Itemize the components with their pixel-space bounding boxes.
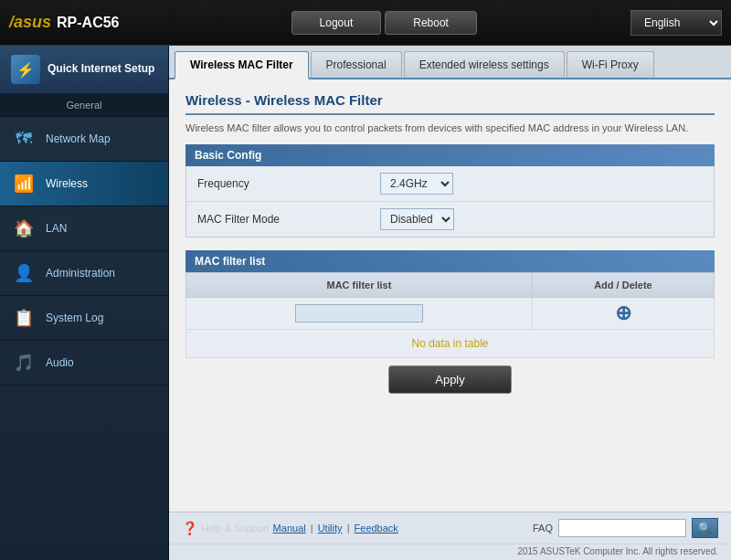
mac-address-input[interactable] [295,304,423,322]
tab-professional[interactable]: Professional [311,51,402,78]
quick-setup-icon: ⚡ [11,55,40,84]
add-mac-button[interactable]: ⊕ [615,303,631,323]
feedback-link[interactable]: Feedback [355,523,398,534]
sidebar-item-wireless[interactable]: 📶 Wireless [0,162,168,206]
mac-input-cell[interactable] [186,298,533,330]
apply-button[interactable]: Apply [388,365,512,394]
copyright: 2015 ASUSTeK Computer Inc. All rights re… [169,544,731,560]
basic-config-body: Frequency 2.4GHz 5GHz MAC Filter Mode Di… [185,166,715,238]
network-map-icon: 🗺 [11,126,37,152]
no-data-label: No data in table [186,330,715,358]
logo-asus-text: /asus [9,13,51,32]
help-support-label: Help & Support [201,523,270,534]
help-icon: ❓ [182,521,197,535]
tab-extended-wireless[interactable]: Extended wireless settings [404,51,565,78]
wireless-icon: 📶 [11,171,37,196]
lan-icon: 🏠 [11,216,37,241]
separator-2: | [347,523,353,534]
sidebar-item-lan[interactable]: 🏠 LAN [0,206,168,251]
logo-model-text: RP-AC56 [57,15,119,31]
language-select[interactable]: English [630,10,722,36]
manual-link[interactable]: Manual [273,523,306,534]
mac-filter-list-header: MAC filter list [185,250,715,272]
footer-right: FAQ 🔍 [533,518,718,538]
frequency-select[interactable]: 2.4GHz 5GHz [380,173,453,195]
reboot-button[interactable]: Reboot [385,11,477,35]
col-add-delete-header: Add / Delete [532,273,714,298]
frequency-label: Frequency [197,177,380,190]
no-data-row: No data in table [186,330,715,358]
logout-button[interactable]: Logout [291,11,382,35]
footer-links: Manual | Utility | Feedback [273,523,398,534]
add-delete-cell[interactable]: ⊕ [532,298,714,330]
sidebar-item-audio[interactable]: 🎵 Audio [0,341,168,386]
content-area: Wireless MAC Filter Professional Extende… [169,46,731,560]
sidebar-quick-setup-label: Quick Internet Setup [48,62,154,77]
topbar: /asus RP-AC56 Logout Reboot English [0,0,731,46]
page-body: Wireless - Wireless MAC Filter Wireless … [169,79,731,512]
col-mac-header: MAC filter list [186,273,533,298]
page-description: Wireless MAC filter allows you to contro… [185,122,715,133]
sidebar-lan-label: LAN [46,222,67,235]
sidebar-system-log-label: System Log [46,312,103,324]
faq-search-button[interactable]: 🔍 [692,518,718,538]
sidebar-network-map-label: Network Map [46,132,111,145]
tab-wireless-mac-filter[interactable]: Wireless MAC Filter [175,51,309,79]
separator-1: | [311,523,316,534]
tab-wifi-proxy[interactable]: Wi-Fi Proxy [567,51,654,78]
utility-link[interactable]: Utility [318,523,343,534]
sidebar-administration-label: Administration [46,267,115,280]
mac-filter-table: MAC filter list Add / Delete ⊕ No [185,272,715,358]
frequency-value[interactable]: 2.4GHz 5GHz [380,173,453,195]
footer: ❓ Help & Support Manual | Utility | Feed… [169,512,731,544]
sidebar: ⚡ Quick Internet Setup General 🗺 Network… [0,46,169,560]
logo: /asus RP-AC56 [9,13,120,32]
tab-bar: Wireless MAC Filter Professional Extende… [169,46,731,79]
sidebar-item-system-log[interactable]: 📋 System Log [0,296,168,341]
mac-filter-mode-select[interactable]: Disabled Allow Reject [380,208,454,230]
sidebar-item-network-map[interactable]: 🗺 Network Map [0,117,168,162]
basic-config-header: Basic Config [185,144,715,166]
system-log-icon: 📋 [11,305,37,331]
topbar-right: English [630,10,722,36]
mac-filter-mode-value[interactable]: Disabled Allow Reject [380,208,454,230]
sidebar-item-administration[interactable]: 👤 Administration [0,251,168,296]
faq-label: FAQ [533,523,553,534]
sidebar-item-quick-setup[interactable]: ⚡ Quick Internet Setup [0,46,168,94]
sidebar-general-label: General [0,94,168,117]
audio-icon: 🎵 [11,350,37,375]
frequency-row: Frequency 2.4GHz 5GHz [186,166,714,202]
topbar-center: Logout Reboot [138,11,631,35]
page-title: Wireless - Wireless MAC Filter [185,92,715,115]
footer-left: ❓ Help & Support Manual | Utility | Feed… [182,521,398,535]
mac-input-row: ⊕ [186,298,715,330]
apply-row: Apply [185,358,715,397]
sidebar-wireless-label: Wireless [46,177,88,190]
mac-filter-mode-row: MAC Filter Mode Disabled Allow Reject [186,202,714,237]
faq-search-input[interactable] [558,519,686,537]
main-layout: ⚡ Quick Internet Setup General 🗺 Network… [0,46,731,560]
administration-icon: 👤 [11,260,37,286]
sidebar-audio-label: Audio [46,356,74,369]
mac-filter-mode-label: MAC Filter Mode [197,213,380,226]
